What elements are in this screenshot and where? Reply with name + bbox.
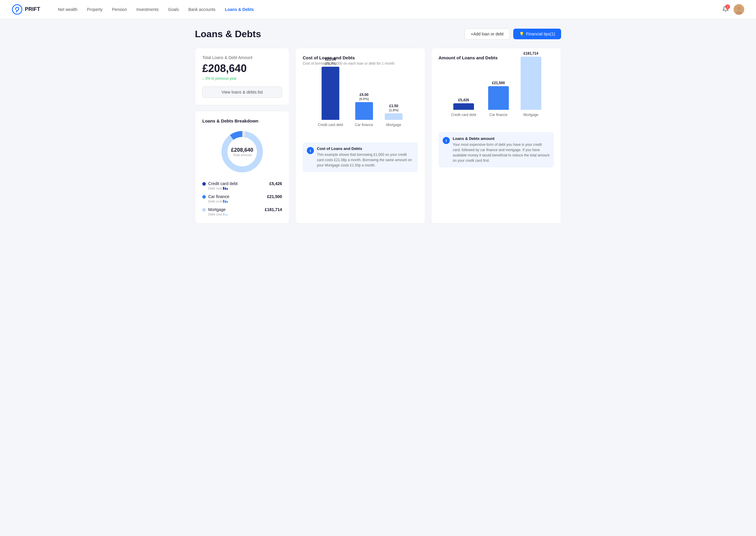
donut-center: £208,640 Total amount (231, 147, 253, 157)
cost-x-label-car: Car finance (355, 123, 373, 127)
total-loans-amount: £208,640 (202, 62, 282, 75)
amount-info-title: Loans & Debts amount (453, 136, 550, 141)
amount-value-credit: £5,426 (458, 98, 469, 102)
amount-value-car: £21,500 (492, 81, 505, 85)
page-header: Loans & Debts +Add loan or debt 💡 Financ… (195, 28, 561, 40)
cost-x-label-credit: Credit card debt (318, 123, 343, 127)
amount-bar-credit: £5,426 Credit card debt (451, 98, 476, 117)
donut-center-label: Total amount (231, 153, 253, 157)
legend-item-mortgage: Mortgage Debt cost (202, 207, 282, 216)
legend-name-car: Car finance (208, 194, 229, 199)
change-badge: ↓ 3% to previous year (202, 77, 282, 81)
amount-x-label-credit: Credit card debt (451, 113, 476, 117)
amount-bar-car: £21,500 Car finance (488, 81, 509, 117)
cost-pct-mortgage: (1.8%) (389, 108, 398, 112)
total-loans-label: Total Loans & Debt Amount (202, 55, 282, 60)
debt-cost-bars-car (223, 200, 228, 203)
breakdown-title: Loans & Debts Breakdown (202, 118, 282, 123)
cost-chart-card: Cost of Loans and Debts Cost of borrowin… (295, 48, 425, 223)
debt-cost-bars-credit (223, 187, 228, 190)
nav-investments[interactable]: Investments (136, 7, 158, 12)
amount-bar-rect-car (488, 86, 509, 110)
legend-item-credit: Credit card debt Debt cost (202, 181, 282, 190)
nav-bank-accounts[interactable]: Bank accounts (189, 7, 216, 12)
legend-name-mortgage: Mortgage (208, 207, 228, 212)
amount-bar-rect-credit (453, 103, 474, 110)
legend-sub-car: Debt cost (208, 200, 229, 203)
cost-bar-credit: £21.08 (25.3%) Credit card debt (318, 57, 343, 127)
cost-bar-chart: £21.08 (25.3%) Credit card debt £5.00 (6… (303, 71, 418, 136)
amount-info-body: Your most expensive form of debt you hav… (453, 142, 550, 163)
notification-badge: 2 (725, 4, 730, 9)
debt-cost-bars-mortgage (223, 213, 228, 216)
legend-dot-mortgage (202, 208, 206, 212)
cost-x-label-mortgage: Mortgage (386, 123, 401, 127)
cost-bar-rect-credit (322, 67, 339, 120)
cost-bar-mortgage: £1.50 (1.8%) Mortgage (385, 104, 402, 127)
info-icon-amount: i (443, 137, 450, 144)
dashboard-grid: Total Loans & Debt Amount £208,640 ↓ 3% … (195, 48, 561, 223)
cost-pct-car: (6.0%) (359, 97, 368, 101)
cost-info-box: i Cost of Loans and Debts This example s… (303, 142, 418, 172)
amount-bar-mortgage: £181,714 Mortgage (521, 51, 541, 117)
nav-right: 2 (722, 4, 744, 15)
nav-net-wealth[interactable]: Net wealth (58, 7, 77, 12)
legend-item-car: Car finance Debt cost (202, 194, 282, 203)
nav-links: Net wealth Property Pension Investments … (58, 7, 722, 12)
cost-bar-rect-car (355, 102, 373, 120)
logo[interactable]: PRIFT (12, 4, 40, 15)
amount-bar-rect-mortgage (521, 57, 541, 110)
nav-goals[interactable]: Goals (168, 7, 179, 12)
left-column: Total Loans & Debt Amount £208,640 ↓ 3% … (195, 48, 290, 223)
total-loans-card: Total Loans & Debt Amount £208,640 ↓ 3% … (195, 48, 290, 105)
donut-center-amount: £208,640 (231, 147, 253, 153)
main-content: Loans & Debts +Add loan or debt 💡 Financ… (183, 19, 573, 233)
amount-info-text: Loans & Debts amount Your most expensive… (453, 136, 550, 163)
cost-value-mortgage: £1.50 (389, 104, 398, 108)
page-actions: +Add loan or debt 💡 Financial tips(1) (464, 28, 561, 40)
cost-bar-car: £5.00 (6.0%) Car finance (355, 93, 373, 127)
amount-x-label-mortgage: Mortgage (523, 113, 538, 117)
amount-bar-chart: £5,426 Credit card debt £21,500 Car fina… (438, 61, 554, 126)
amount-info-box: i Loans & Debts amount Your most expensi… (438, 132, 554, 167)
view-loans-button[interactable]: View loans & debts list (202, 86, 282, 98)
cost-value-car: £5.00 (360, 93, 368, 97)
legend-name-credit: Credit card debt (208, 181, 238, 186)
nav-pension[interactable]: Pension (112, 7, 127, 12)
cost-pct-credit: (25.3%) (325, 62, 336, 65)
add-loan-button[interactable]: +Add loan or debt (464, 28, 510, 40)
notification-button[interactable]: 2 (722, 6, 729, 13)
financial-tips-button[interactable]: 💡 Financial tips(1) (513, 29, 561, 39)
breakdown-card: Loans & Debts Breakdown (195, 111, 290, 223)
cost-info-body: This example shows that borrowing £1,000… (317, 152, 414, 168)
legend-dot-credit (202, 182, 206, 185)
nav-loans-debts[interactable]: Loans & Debts (225, 7, 254, 12)
cost-bar-rect-mortgage (385, 113, 402, 120)
svg-point-2 (737, 7, 740, 10)
legend-dot-car (202, 195, 206, 199)
info-icon-cost: i (307, 147, 314, 154)
legend-value-mortgage: £181,714 (265, 207, 282, 212)
legend-value-credit: £5,426 (269, 181, 282, 186)
breakdown-legend: Credit card debt Debt cost (202, 181, 282, 216)
legend-sub-mortgage: Debt cost (208, 213, 228, 216)
down-arrow-icon: ↓ (202, 77, 204, 81)
svg-point-0 (13, 4, 22, 14)
amount-chart-card: Amount of Loans and Debts £5,426 Credit … (431, 48, 561, 223)
cost-info-title: Cost of Loans and Debts (317, 147, 414, 151)
donut-chart-wrapper: £208,640 Total amount (202, 128, 282, 175)
nav-property[interactable]: Property (87, 7, 102, 12)
navbar: PRIFT Net wealth Property Pension Invest… (0, 0, 756, 19)
legend-value-car: £21,500 (267, 194, 282, 199)
cost-info-text: Cost of Loans and Debts This example sho… (317, 147, 414, 168)
page-title: Loans & Debts (195, 29, 261, 40)
amount-value-mortgage: £181,714 (524, 51, 538, 55)
avatar[interactable] (734, 4, 744, 15)
donut-chart: £208,640 Total amount (219, 128, 266, 175)
cost-value-credit: £21.08 (325, 57, 336, 61)
legend-sub-credit: Debt cost (208, 186, 238, 190)
lightbulb-icon: 💡 (519, 32, 524, 36)
amount-x-label-car: Car finance (489, 113, 507, 117)
